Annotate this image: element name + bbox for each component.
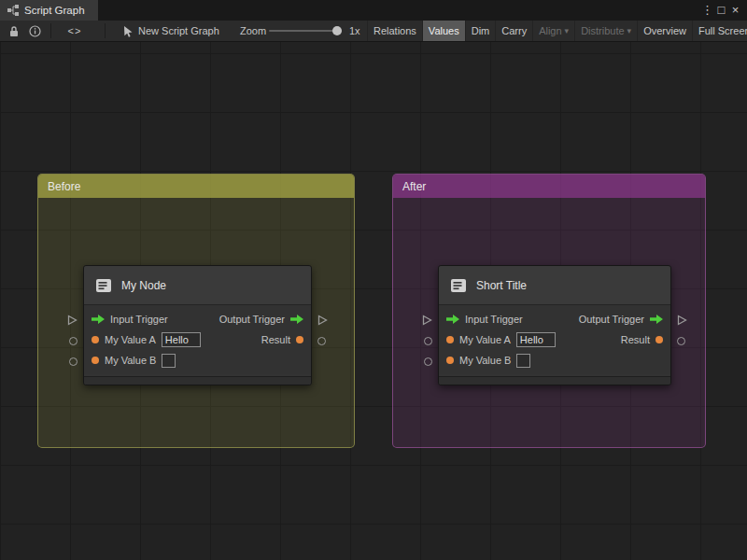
graph-cursor-icon bbox=[121, 21, 134, 41]
result-label: Result bbox=[621, 334, 650, 345]
value-port-icon bbox=[92, 336, 99, 343]
node-footer bbox=[439, 376, 670, 385]
flow-arrow-icon bbox=[650, 315, 663, 324]
distribute-label: Distribute bbox=[581, 25, 624, 36]
chevron-down-icon: ▾ bbox=[627, 26, 632, 35]
toolbar-divider bbox=[50, 23, 51, 38]
value-b-row: My Value B bbox=[439, 350, 670, 371]
toolbar-divider bbox=[105, 23, 106, 38]
tab-title: Script Graph bbox=[24, 5, 85, 16]
align-label: Align bbox=[539, 25, 561, 36]
value-port-icon bbox=[296, 336, 303, 343]
graph-name-label[interactable]: New Script Graph bbox=[138, 21, 219, 41]
input-trigger-label: Input Trigger bbox=[110, 314, 168, 325]
value-b-label: My Value B bbox=[105, 355, 156, 366]
graph-canvas[interactable]: Before My Node Input Trigger bbox=[0, 42, 747, 560]
close-icon[interactable]: × bbox=[728, 0, 742, 21]
zoom-value: 1x bbox=[349, 21, 360, 41]
flow-input-port[interactable] bbox=[422, 315, 432, 326]
unit-icon bbox=[448, 275, 469, 296]
trigger-row: Input Trigger Output Trigger bbox=[439, 309, 670, 329]
flow-arrow-icon bbox=[290, 315, 303, 324]
value-b-label: My Value B bbox=[459, 355, 511, 366]
value-a-port[interactable] bbox=[69, 337, 78, 345]
node-short-title[interactable]: Short Title Input Trigger Output Trigger bbox=[438, 265, 671, 385]
flow-output-port[interactable] bbox=[317, 315, 328, 326]
graph-toolbar: <> New Script Graph Zoom 1x Relations Va… bbox=[0, 21, 747, 42]
lock-icon[interactable] bbox=[6, 21, 22, 41]
script-graph-window: Script Graph ⋮ □ × <> New Script Graph Z… bbox=[0, 0, 747, 560]
zoom-slider-handle[interactable] bbox=[332, 26, 342, 35]
node-my-node[interactable]: My Node Input Trigger Output Trigger bbox=[83, 265, 312, 385]
value-a-input[interactable] bbox=[162, 332, 201, 347]
node-port-rows: Input Trigger Output Trigger My Value A … bbox=[439, 305, 670, 374]
value-a-row: My Value A Result bbox=[439, 329, 670, 350]
result-port[interactable] bbox=[317, 337, 326, 345]
output-trigger-label: Output Trigger bbox=[579, 314, 644, 325]
output-trigger-label: Output Trigger bbox=[219, 314, 285, 325]
dim-button[interactable]: Dim bbox=[465, 21, 496, 41]
value-a-input[interactable] bbox=[516, 332, 556, 347]
group-title: Before bbox=[48, 180, 80, 193]
info-icon[interactable] bbox=[26, 21, 43, 41]
value-a-label: My Value A bbox=[105, 334, 156, 345]
result-label: Result bbox=[261, 334, 290, 345]
tab-bar: Script Graph ⋮ □ × bbox=[0, 0, 747, 21]
input-trigger-label: Input Trigger bbox=[465, 314, 523, 325]
flow-output-port[interactable] bbox=[677, 315, 687, 326]
result-port[interactable] bbox=[677, 337, 685, 345]
flow-input-port[interactable] bbox=[67, 315, 78, 326]
unit-icon bbox=[93, 275, 114, 296]
node-title: Short Title bbox=[476, 279, 527, 292]
value-port-icon bbox=[92, 357, 99, 364]
code-view-icon[interactable]: <> bbox=[58, 21, 92, 41]
node-header[interactable]: Short Title bbox=[439, 266, 670, 305]
value-b-port[interactable] bbox=[69, 357, 78, 366]
maximize-icon[interactable]: □ bbox=[714, 0, 728, 21]
zoom-label: Zoom bbox=[240, 21, 266, 41]
group-before[interactable]: Before My Node Input Trigger bbox=[37, 174, 355, 448]
values-button[interactable]: Values bbox=[422, 21, 465, 41]
value-port-icon bbox=[446, 336, 454, 343]
value-port-icon bbox=[655, 336, 663, 343]
window-controls: ⋮ □ × bbox=[700, 0, 747, 21]
toolbar-buttons: Relations Values Dim Carry Align ▾ Distr… bbox=[367, 21, 747, 41]
align-button[interactable]: Align ▾ bbox=[532, 21, 574, 41]
carry-button[interactable]: Carry bbox=[495, 21, 532, 41]
zoom-slider-track[interactable] bbox=[269, 30, 342, 32]
value-a-row: My Value A Result bbox=[84, 329, 311, 350]
group-header[interactable]: Before bbox=[38, 175, 354, 198]
graph-icon bbox=[7, 5, 19, 16]
menu-icon[interactable]: ⋮ bbox=[700, 0, 714, 21]
node-port-rows: Input Trigger Output Trigger My Value A … bbox=[84, 305, 311, 374]
node-footer bbox=[84, 376, 311, 385]
value-b-input[interactable] bbox=[516, 354, 530, 368]
value-b-input[interactable] bbox=[162, 354, 176, 368]
node-header[interactable]: My Node bbox=[84, 266, 311, 305]
distribute-button[interactable]: Distribute ▾ bbox=[574, 21, 637, 41]
fullscreen-button[interactable]: Full Screen bbox=[692, 21, 747, 41]
overview-button[interactable]: Overview bbox=[637, 21, 692, 41]
group-title: After bbox=[402, 180, 426, 193]
flow-arrow-icon bbox=[92, 315, 105, 324]
value-a-label: My Value A bbox=[459, 334, 511, 345]
flow-arrow-icon bbox=[446, 315, 459, 324]
value-a-port[interactable] bbox=[424, 337, 432, 345]
value-port-icon bbox=[446, 357, 454, 364]
relations-button[interactable]: Relations bbox=[367, 21, 422, 41]
node-title: My Node bbox=[121, 279, 166, 292]
tab-script-graph[interactable]: Script Graph bbox=[0, 0, 98, 21]
value-b-port[interactable] bbox=[424, 357, 432, 366]
group-after[interactable]: After Short Title Input Trigger bbox=[392, 174, 706, 448]
chevron-down-icon: ▾ bbox=[565, 26, 570, 35]
group-header[interactable]: After bbox=[393, 175, 705, 198]
value-b-row: My Value B bbox=[84, 350, 311, 371]
trigger-row: Input Trigger Output Trigger bbox=[84, 309, 311, 329]
